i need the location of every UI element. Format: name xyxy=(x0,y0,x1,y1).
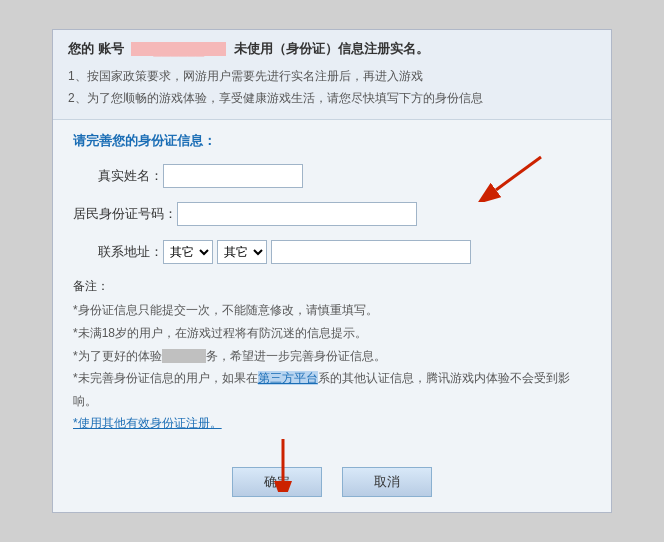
note-4-prefix: *未完善身份证信息的用户，如果在 xyxy=(73,371,258,385)
address-selects: 其它 北京 上海 广州 深圳 其它 北京 上海 广州 深圳 xyxy=(163,240,471,264)
body-section: 请完善您的身份证信息： 真实姓名： 居民身份证号码： 联系地址： 其它 北京 上… xyxy=(53,120,611,457)
note-3-prefix: *为了更好的体验 xyxy=(73,349,162,363)
cancel-button[interactable]: 取消 xyxy=(342,467,432,497)
address-city-select[interactable]: 其它 北京 上海 广州 深圳 xyxy=(217,240,267,264)
note-1: *身份证信息只能提交一次，不能随意修改，请慎重填写。 xyxy=(73,299,591,322)
note-3-suffix: 务，希望进一步完善身份证信息。 xyxy=(206,349,386,363)
main-dialog: 您的 账号 ██████ 未使用（身份证）信息注册实名。 1、按国家政策要求，网… xyxy=(52,29,612,513)
name-input[interactable] xyxy=(163,164,303,188)
id-row: 居民身份证号码： xyxy=(73,202,591,226)
account-value: ██████ xyxy=(131,42,226,56)
account-label: 账号 xyxy=(98,41,124,56)
id-input[interactable] xyxy=(177,202,417,226)
header-title: 您的 账号 ██████ 未使用（身份证）信息注册实名。 xyxy=(68,40,596,58)
name-label: 真实姓名： xyxy=(73,167,163,185)
address-label: 联系地址： xyxy=(73,243,163,261)
note-3: *为了更好的体验服务务，希望进一步完善身份证信息。 xyxy=(73,345,591,368)
notice-item-1: 1、按国家政策要求，网游用户需要先进行实名注册后，再进入游戏 xyxy=(68,66,596,88)
notes-section: 备注： *身份证信息只能提交一次，不能随意修改，请慎重填写。 *未满18岁的用户… xyxy=(73,278,591,432)
button-row: 确定 取消 xyxy=(53,457,611,512)
address-province-select[interactable]: 其它 北京 上海 广州 深圳 xyxy=(163,240,213,264)
note-2: *未满18岁的用户，在游戏过程将有防沉迷的信息提示。 xyxy=(73,322,591,345)
warning-text: 未使用（身份证）信息注册实名。 xyxy=(234,41,429,56)
confirm-button[interactable]: 确定 xyxy=(232,467,322,497)
notice-list: 1、按国家政策要求，网游用户需要先进行实名注册后，再进入游戏 2、为了您顺畅的游… xyxy=(68,66,596,109)
note-4-link[interactable]: 第三方平台 xyxy=(258,371,318,385)
id-label: 居民身份证号码： xyxy=(73,205,177,223)
name-row: 真实姓名： xyxy=(73,164,591,188)
notes-label: 备注： xyxy=(73,278,591,295)
header-section: 您的 账号 ██████ 未使用（身份证）信息注册实名。 1、按国家政策要求，网… xyxy=(53,30,611,120)
notes-list: *身份证信息只能提交一次，不能随意修改，请慎重填写。 *未满18岁的用户，在游戏… xyxy=(73,299,591,413)
section-title: 请完善您的身份证信息： xyxy=(73,132,591,150)
address-detail-input[interactable] xyxy=(271,240,471,264)
notice-item-2: 2、为了您顺畅的游戏体验，享受健康游戏生活，请您尽快填写下方的身份信息 xyxy=(68,88,596,110)
note-4: *未完善身份证信息的用户，如果在第三方平台系的其他认证信息，腾讯游戏内体验不会受… xyxy=(73,367,591,413)
address-row: 联系地址： 其它 北京 上海 广州 深圳 其它 北京 上海 广州 深圳 xyxy=(73,240,591,264)
account-prefix: 您的 xyxy=(68,41,94,56)
register-link[interactable]: *使用其他有效身份证注册。 xyxy=(73,415,222,432)
note-3-service-blur: 服务 xyxy=(162,349,206,363)
